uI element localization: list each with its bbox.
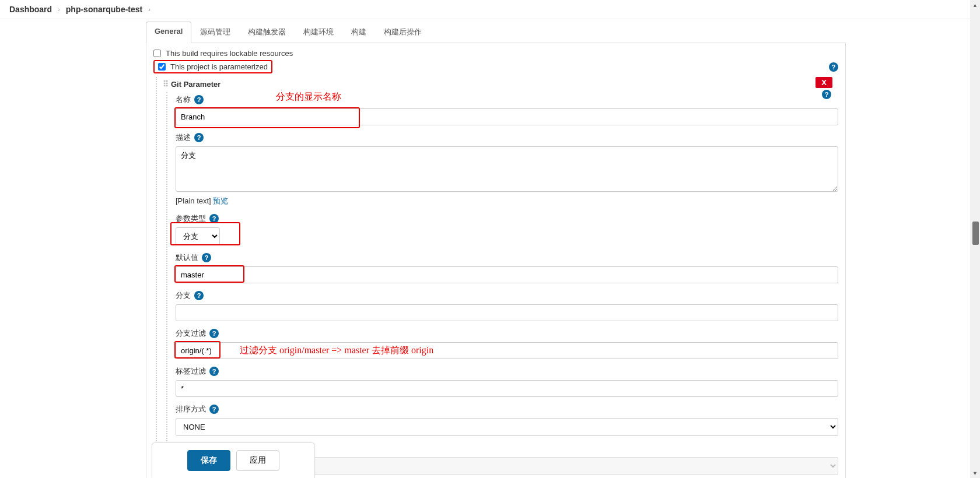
- scrollbar[interactable]: ▲ ▼: [970, 0, 980, 478]
- footer-actions: 保存 应用: [152, 442, 315, 478]
- branch-filter-input[interactable]: [176, 342, 838, 359]
- label-tag-filter: 标签过滤: [176, 366, 206, 377]
- tab-scm[interactable]: 源码管理: [191, 22, 239, 43]
- scroll-up-icon[interactable]: ▲: [970, 0, 980, 10]
- param-type-select[interactable]: 分支: [176, 227, 220, 245]
- tab-triggers[interactable]: 构建触发器: [239, 22, 295, 43]
- sort-select[interactable]: NONE: [176, 418, 838, 436]
- label-sort: 排序方式: [176, 404, 206, 414]
- param-title-label: Git Parameter: [171, 80, 220, 89]
- delete-parameter-button[interactable]: X: [816, 77, 832, 88]
- tabs: General 源码管理 构建触发器 构建环境 构建 构建后操作: [146, 22, 846, 43]
- breadcrumb-project[interactable]: php-sonarqube-test: [66, 5, 142, 14]
- help-icon[interactable]: ?: [209, 214, 219, 223]
- desc-textarea[interactable]: 分支: [176, 146, 838, 192]
- tab-general[interactable]: General: [146, 22, 191, 43]
- tag-filter-input[interactable]: [176, 380, 838, 397]
- default-input[interactable]: [176, 266, 838, 283]
- help-icon[interactable]: ?: [209, 405, 219, 414]
- branch-input[interactable]: [176, 304, 838, 321]
- save-button[interactable]: 保存: [187, 450, 230, 471]
- checkbox-parameterized-label: This project is parameterized: [170, 62, 268, 71]
- help-icon[interactable]: ?: [209, 367, 219, 376]
- preview-link[interactable]: 预览: [213, 196, 228, 205]
- checkbox-lockable-label: This build requires lockable resources: [166, 49, 293, 58]
- breadcrumb-dashboard[interactable]: Dashboard: [9, 5, 52, 14]
- checkbox-lockable[interactable]: [153, 50, 161, 57]
- label-default: 默认值: [176, 252, 198, 263]
- label-desc: 描述: [176, 132, 191, 143]
- checkbox-parameterized-row: This project is parameterized: [153, 60, 272, 73]
- help-icon[interactable]: ?: [202, 253, 211, 262]
- help-icon[interactable]: ?: [209, 329, 219, 338]
- scroll-down-icon[interactable]: ▼: [970, 468, 980, 478]
- drag-handle-icon[interactable]: ⠿: [163, 79, 167, 89]
- chevron-right-icon: ›: [58, 6, 60, 13]
- chevron-right-icon: ›: [148, 6, 150, 13]
- breadcrumb: Dashboard › php-sonarqube-test ›: [0, 0, 980, 19]
- apply-button[interactable]: 应用: [236, 450, 279, 471]
- help-icon[interactable]: ?: [829, 62, 838, 72]
- help-icon[interactable]: ?: [194, 291, 204, 300]
- help-icon[interactable]: ?: [194, 95, 204, 104]
- tab-env[interactable]: 构建环境: [295, 22, 342, 43]
- label-name: 名称: [176, 94, 191, 105]
- label-param-type: 参数类型: [176, 213, 206, 224]
- tab-build[interactable]: 构建: [342, 22, 375, 43]
- tab-postbuild[interactable]: 构建后操作: [375, 22, 430, 43]
- label-branch-filter: 分支过滤: [176, 328, 206, 339]
- checkbox-parameterized[interactable]: [158, 63, 166, 71]
- name-input[interactable]: [176, 108, 838, 125]
- label-branch: 分支: [176, 290, 191, 301]
- scroll-thumb[interactable]: [972, 222, 979, 245]
- param-title: ⠿ Git Parameter: [163, 77, 838, 92]
- help-icon[interactable]: ?: [194, 133, 204, 142]
- plain-text-label: [Plain text]: [176, 196, 213, 205]
- checkbox-lockable-row: This build requires lockable resources: [153, 47, 838, 60]
